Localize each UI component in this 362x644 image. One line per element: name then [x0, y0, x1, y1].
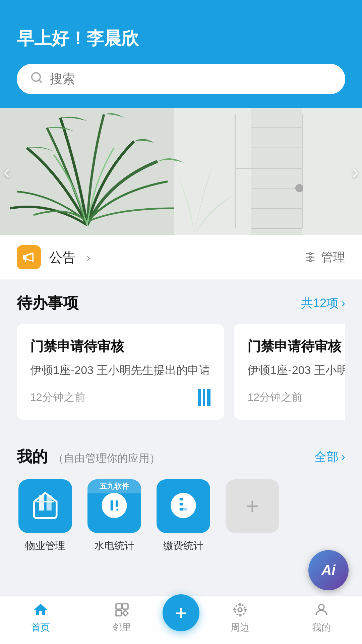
- manage-icon: [304, 251, 316, 263]
- svg-point-17: [309, 256, 311, 258]
- todo-card-footer: 12分钟之前: [247, 389, 345, 406]
- barcode-bar: [198, 389, 201, 406]
- my-apps-title: 我的: [17, 448, 48, 465]
- todo-card-desc: 伊顿1座-203 王小明先生提出的申请: [30, 362, 210, 379]
- svg-point-34: [319, 604, 324, 610]
- nav-item-fab[interactable]: +: [163, 604, 199, 631]
- ai-button[interactable]: Ai: [308, 550, 349, 590]
- banner-prev-arrow[interactable]: ‹: [3, 160, 10, 183]
- payment-icon: [168, 490, 198, 522]
- app-item-add[interactable]: +: [224, 479, 281, 553]
- search-icon: [30, 71, 43, 87]
- manage-text: 管理: [321, 249, 345, 266]
- neighbor-icon: [114, 602, 130, 618]
- barcode-bar: [207, 389, 210, 406]
- nav-item-nearby[interactable]: 周边: [199, 602, 281, 634]
- my-apps-section: 我的 （自由管理你的应用） 全部 › 物业管理: [0, 433, 362, 563]
- app-grid: 物业管理 五九软件 水电统计: [17, 479, 345, 553]
- todo-card-time: 12分钟之前: [30, 390, 85, 405]
- header: 早上好！李晨欣: [0, 0, 362, 108]
- nav-label-nearby: 周边: [231, 621, 249, 634]
- manage-button[interactable]: 管理: [304, 249, 345, 266]
- app-icon-add: +: [226, 479, 279, 533]
- svg-line-1: [39, 80, 41, 82]
- app-label-payment: 缴费统计: [163, 539, 203, 553]
- my-apps-title-group: 我的 （自由管理你的应用）: [17, 446, 160, 467]
- my-apps-all-button[interactable]: 全部 ›: [314, 449, 345, 465]
- profile-icon: [313, 602, 329, 618]
- nav-item-home[interactable]: 首页: [0, 602, 81, 634]
- barcode-icon: [198, 389, 210, 406]
- svg-point-16: [309, 253, 311, 255]
- announcement-arrow: ›: [86, 251, 90, 264]
- announcement-text: 公告: [49, 248, 76, 267]
- announcement-bar: 公告 › 管理: [0, 235, 362, 279]
- my-apps-header: 我的 （自由管理你的应用） 全部 ›: [17, 446, 345, 467]
- nav-label-neighbor: 邻里: [113, 621, 131, 634]
- banner-image: ‹ ›: [0, 108, 362, 235]
- app-icon-payment: [157, 479, 210, 533]
- todo-header: 待办事项 共12项 ›: [17, 293, 345, 314]
- svg-point-18: [309, 260, 311, 262]
- ai-label: Ai: [321, 562, 336, 578]
- svg-rect-29: [116, 604, 121, 609]
- bottom-navigation: 首页 邻里 + 周边 我的: [0, 595, 362, 644]
- todo-card-title: 门禁申请待审核: [30, 337, 210, 356]
- fab-button[interactable]: +: [163, 594, 199, 631]
- todo-card-desc: 伊顿1座-203 王小明先生提出的申请: [247, 362, 345, 379]
- svg-rect-8: [251, 108, 302, 235]
- greeting-text: 早上好！李晨欣: [17, 27, 345, 50]
- nav-item-profile[interactable]: 我的: [281, 602, 362, 634]
- svg-rect-26: [47, 495, 52, 511]
- todo-title: 待办事项: [17, 293, 78, 314]
- announcement-left[interactable]: 公告 ›: [17, 245, 90, 269]
- svg-rect-4: [235, 114, 236, 228]
- app-item-payment[interactable]: 缴费统计: [155, 479, 212, 553]
- my-apps-subtitle: （自由管理你的应用）: [53, 452, 160, 464]
- nav-label-home: 首页: [31, 621, 50, 634]
- app-badge-watermark: 五九软件: [87, 479, 141, 493]
- todo-more-button[interactable]: 共12项 ›: [301, 295, 345, 312]
- todo-card[interactable]: 门禁申请待审核 伊顿1座-203 王小明先生提出的申请 12分钟之前: [234, 324, 345, 420]
- app-label-property: 物业管理: [25, 539, 65, 553]
- svg-rect-30: [123, 604, 128, 609]
- search-bar[interactable]: [17, 64, 345, 94]
- svg-rect-5: [302, 114, 303, 228]
- nav-item-neighbor[interactable]: 邻里: [81, 602, 163, 634]
- property-icon: [30, 490, 60, 522]
- nearby-icon: [232, 602, 248, 618]
- nav-label-profile: 我的: [312, 621, 331, 634]
- app-icon-property: [18, 479, 72, 533]
- app-item-utility[interactable]: 五九软件 水电统计: [86, 479, 143, 553]
- app-icon-utility: 五九软件: [87, 479, 141, 533]
- banner-next-arrow[interactable]: ›: [352, 160, 359, 183]
- todo-card-title: 门禁申请待审核: [247, 337, 345, 356]
- todo-card[interactable]: 门禁申请待审核 伊顿1座-203 王小明先生提出的申请 12分钟之前: [17, 324, 224, 420]
- todo-cards-scroll[interactable]: 门禁申请待审核 伊顿1座-203 王小明先生提出的申请 12分钟之前 门禁申请待…: [17, 324, 345, 426]
- announcement-icon: [17, 245, 41, 269]
- barcode-bar: [203, 389, 205, 406]
- svg-point-15: [295, 184, 303, 192]
- todo-card-time: 12分钟之前: [247, 390, 302, 405]
- utility-icon: [99, 490, 129, 522]
- svg-rect-31: [116, 610, 121, 616]
- app-item-property[interactable]: 物业管理: [17, 479, 74, 553]
- svg-point-33: [235, 604, 245, 615]
- svg-point-32: [238, 608, 242, 612]
- add-icon: +: [246, 493, 259, 520]
- todo-card-footer: 12分钟之前: [30, 389, 210, 406]
- fab-plus-icon: +: [175, 602, 187, 623]
- svg-rect-25: [39, 495, 44, 511]
- home-icon: [33, 602, 49, 618]
- app-label-utility: 水电统计: [94, 539, 134, 553]
- todo-section: 待办事项 共12项 › 门禁申请待审核 伊顿1座-203 王小明先生提出的申请 …: [0, 279, 362, 433]
- search-input[interactable]: [50, 72, 332, 86]
